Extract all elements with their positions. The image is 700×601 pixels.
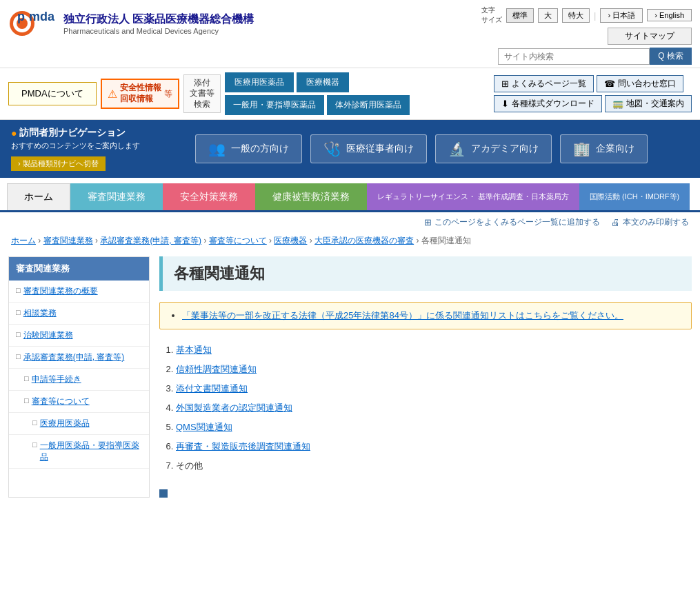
- top-bar: mda p 独立行政法人 医薬品医療機器総合機構 Pharmaceuticals…: [0, 0, 700, 68]
- vitro-button[interactable]: 体外診断用医薬品: [327, 95, 410, 115]
- lang-ja-button[interactable]: › 日本語: [600, 8, 643, 23]
- list-link-2[interactable]: 信頼性調査関連通知: [176, 364, 257, 374]
- expand-icon-2: □: [16, 330, 21, 338]
- font-lang-row: 文字サイズ 標準 大 特大 | › 日本語 › English: [481, 6, 692, 25]
- sitemap-row: サイトマップ: [608, 28, 692, 45]
- visitor-item-medical[interactable]: 🩺 医療従事者向け: [310, 134, 427, 163]
- expand-icon-5: □: [24, 396, 29, 405]
- logo-area: mda p 独立行政法人 医薬品医療機器総合機構 Pharmaceuticals…: [8, 6, 254, 41]
- logo-org-name: 独立行政法人 医薬品医療機器総合機構: [63, 12, 254, 27]
- general-button[interactable]: 一般用・要指導医薬品: [225, 95, 324, 115]
- medical-staff-icon: 🩺: [323, 141, 341, 157]
- tab-home[interactable]: ホーム: [7, 183, 70, 210]
- docs-line2: 文書等: [190, 88, 214, 99]
- expand-icon-7: □: [32, 440, 37, 449]
- sidebar-title: 審査関連業務: [9, 257, 149, 281]
- breadcrumb-device[interactable]: 医療機器: [274, 236, 307, 245]
- breadcrumb-home[interactable]: ホーム: [11, 236, 36, 245]
- sidebar-item-general-med[interactable]: □ 一般用医薬品・要指導医薬品: [9, 435, 149, 469]
- utility-bar: ⊞ このページをよくみるページ一覧に追加する 🖨 本文のみ印刷する: [0, 212, 700, 232]
- pmda-about-button[interactable]: PMDAについて: [8, 82, 97, 105]
- popular-pages-button[interactable]: ⊞ よくみるページ一覧: [494, 75, 594, 92]
- academia-icon: 🔬: [448, 141, 466, 157]
- download-button[interactable]: ⬇ 各種様式ダウンロード: [494, 95, 602, 112]
- visitor-nav-left: ● 訪問者別ナビゲーション おすすめのコンテンツをご案内します › 製品種類別ナ…: [11, 127, 140, 171]
- expand-icon-0: □: [16, 286, 21, 294]
- svg-text:mda: mda: [29, 10, 55, 23]
- breadcrumb-minister[interactable]: 大臣承認の医療機器の審査: [314, 236, 414, 245]
- content-area: 審査関連業務 □ 審査関連業務の概要 □ 相談業務 □ 治験関連業務 □ 承認審…: [0, 249, 700, 505]
- print-link[interactable]: 🖨 本文のみ印刷する: [611, 216, 689, 228]
- list-item-2: 信頼性調査関連通知: [176, 360, 692, 379]
- visitor-item-academia[interactable]: 🔬 アカデミア向け: [435, 134, 552, 163]
- page-title: 各種関連通知: [174, 265, 265, 282]
- phone-icon: ☎: [604, 79, 615, 89]
- tab-health[interactable]: 健康被害救済業務: [255, 183, 367, 210]
- list-link-3[interactable]: 添付文書関連通知: [176, 383, 248, 394]
- grid-icon: ⊞: [501, 79, 509, 89]
- tab-safety[interactable]: 安全対策業務: [163, 183, 255, 210]
- lang-en-button[interactable]: › English: [647, 9, 692, 21]
- search-input[interactable]: [498, 48, 650, 65]
- breadcrumb-review[interactable]: 審査関連業務: [43, 236, 93, 245]
- sidebar-item-audit[interactable]: □ 審査等について: [9, 391, 149, 413]
- breadcrumb-audit[interactable]: 審査等について: [209, 236, 267, 245]
- download-icon: ⬇: [501, 99, 509, 109]
- main-tabs: ホーム 審査関連業務 安全対策業務 健康被害救済業務 レギュラトリーサイエンス・…: [0, 183, 700, 212]
- docs-line1: 添付: [190, 78, 214, 89]
- add-page-link[interactable]: ⊞ このページをよくみるページ一覧に追加する: [424, 216, 600, 228]
- sidebar-item-clinical[interactable]: □ 治験関連業務: [9, 325, 149, 347]
- sidebar-link-overview[interactable]: 審査関連業務の概要: [23, 285, 98, 297]
- list-item-5: QMS関連通知: [176, 418, 692, 437]
- bullet-icon: ●: [11, 128, 17, 139]
- font-standard-button[interactable]: 標準: [506, 8, 534, 23]
- safety-suffix: 等: [164, 88, 172, 100]
- print-icon: 🖨: [611, 217, 620, 227]
- sidebar-link-med-device[interactable]: 医療用医薬品: [40, 418, 90, 429]
- tab-international[interactable]: 国際活動 (ICH・IMDRF等): [579, 183, 690, 210]
- medicine-button[interactable]: 医療用医薬品: [225, 72, 294, 92]
- sidebar-item-overview[interactable]: □ 審査関連業務の概要: [9, 281, 149, 303]
- nav-bar: PMDAについて ⚠ 安全性情報 回収情報 等 添付 文書等 検索 医療用医薬品…: [0, 68, 700, 120]
- visitor-item-enterprise[interactable]: 🏢 企業向け: [560, 134, 648, 163]
- font-large-button[interactable]: 大: [538, 8, 558, 23]
- device-button[interactable]: 医療機器: [297, 72, 349, 92]
- list-link-1[interactable]: 基本通知: [176, 345, 212, 355]
- list-link-4[interactable]: 外国製造業者の認定関連通知: [176, 403, 292, 413]
- map-button[interactable]: 🚃 地図・交通案内: [605, 95, 692, 112]
- sidebar-item-application[interactable]: □ 申請等手続き: [9, 369, 149, 391]
- sidebar-item-med-device[interactable]: □ 医療用医薬品: [9, 413, 149, 435]
- sidebar-link-approval[interactable]: 承認審査業務(申請, 審査等): [23, 352, 125, 363]
- contact-button[interactable]: ☎ 問い合わせ窓口: [597, 75, 683, 92]
- safety-box[interactable]: ⚠ 安全性情報 回収情報 等: [101, 79, 179, 108]
- sidebar-item-approval[interactable]: □ 承認審査業務(申請, 審査等): [9, 347, 149, 369]
- sidebar-link-audit[interactable]: 審査等について: [32, 396, 90, 407]
- visitor-item-general[interactable]: 👥 一般の方向け: [195, 134, 302, 163]
- breadcrumb-approval[interactable]: 承認審査業務(申請, 審査等): [100, 236, 201, 245]
- sidebar-link-clinical[interactable]: 治験関連業務: [23, 329, 73, 341]
- visitor-nav-title: ● 訪問者別ナビゲーション: [11, 127, 140, 139]
- sidebar-link-general-med[interactable]: 一般用医薬品・要指導医薬品: [40, 440, 142, 463]
- tab-review[interactable]: 審査関連業務: [70, 183, 163, 210]
- breadcrumb-current: 各種関連通知: [421, 236, 471, 245]
- list-link-5[interactable]: QMS関連通知: [176, 422, 232, 432]
- main-content: 各種関連通知 「業事法等の一部を改正する法律（平成25年法律第84号）」に係る関…: [159, 256, 692, 498]
- sidebar-link-consultation[interactable]: 相談業務: [23, 307, 57, 319]
- visitor-nav-items: 👥 一般の方向け 🩺 医療従事者向け 🔬 アカデミア向け 🏢 企業向け: [154, 134, 689, 163]
- visitor-nav-switch[interactable]: › 製品種類別ナビへ切替: [11, 156, 106, 171]
- sitemap-button[interactable]: サイトマップ: [608, 28, 692, 45]
- list-link-6[interactable]: 再審査・製造販売後調査関連通知: [176, 441, 310, 451]
- sidebar-link-application[interactable]: 申請等手続き: [32, 374, 81, 385]
- search-button[interactable]: Q 検索: [650, 48, 692, 65]
- notice-box: 「業事法等の一部を改正する法律（平成25年法律第84号）」に係る関連通知リストは…: [159, 302, 692, 329]
- font-xlarge-button[interactable]: 特大: [562, 8, 590, 23]
- tab-regulatory[interactable]: レギュラトリーサイエンス・ 基準作成調査・日本薬局方: [367, 183, 579, 210]
- visitor-nav-subtitle: おすすめのコンテンツをご案内します: [11, 141, 140, 151]
- map-icon: 🚃: [612, 99, 623, 109]
- notice-link[interactable]: 「業事法等の一部を改正する法律（平成25年法律第84号）」に係る関連通知リストは…: [182, 310, 623, 320]
- list-item-7: その他: [176, 456, 692, 476]
- list-text-7: その他: [176, 460, 203, 471]
- sidebar: 審査関連業務 □ 審査関連業務の概要 □ 相談業務 □ 治験関連業務 □ 承認審…: [8, 256, 150, 498]
- sidebar-item-consultation[interactable]: □ 相談業務: [9, 303, 149, 325]
- bottom-indicator: [159, 489, 168, 498]
